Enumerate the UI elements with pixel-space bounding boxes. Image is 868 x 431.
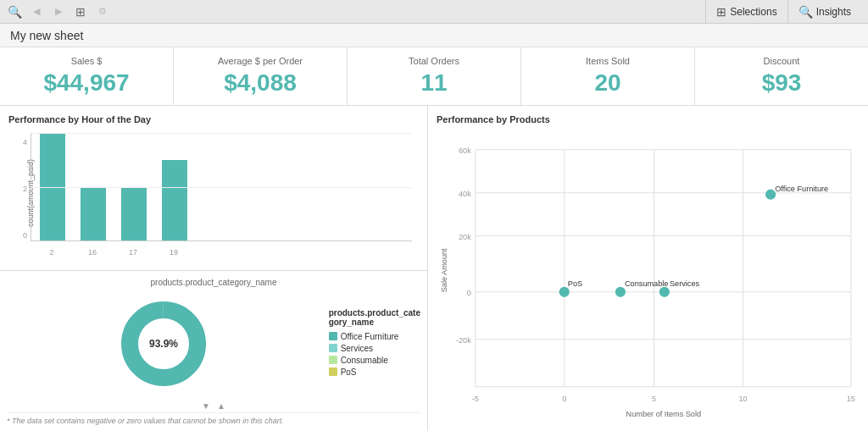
footer-note: * The data set contains negative or zero… — [7, 412, 420, 425]
toolbar-left: 🔍 ◀ ▶ ⊞ ⚙ — [7, 4, 110, 19]
x-label-19: 19 — [161, 248, 186, 257]
kpi-discount[interactable]: Discount $93 — [695, 47, 868, 105]
kpi-avg-order[interactable]: Average $ per Order $4,088 — [174, 47, 348, 105]
kpi-total-orders-label: Total Orders — [361, 56, 507, 66]
donut-svg-wrapper: 93.9% — [7, 293, 320, 395]
right-panel: Performance by Products 60k 40k 2 — [428, 106, 868, 431]
svg-text:10: 10 — [738, 395, 747, 403]
svg-text:-5: -5 — [472, 395, 479, 403]
main-content: Performance by Hour of the Day 4 2 0 cou… — [0, 106, 868, 431]
svg-text:Sale Amount: Sale Amount — [440, 248, 448, 292]
scatter-point-consumable[interactable] — [615, 287, 626, 297]
svg-text:20k: 20k — [459, 233, 471, 241]
scatter-point-pos[interactable] — [559, 287, 570, 297]
x-label-17: 17 — [120, 248, 146, 257]
svg-text:0: 0 — [562, 395, 566, 403]
kpi-items-sold-value: 20 — [535, 69, 681, 97]
svg-text:15: 15 — [847, 395, 855, 403]
kpi-sales-value: $44,967 — [14, 69, 159, 97]
kpi-discount-label: Discount — [709, 56, 854, 66]
legend-item-pos: PoS — [329, 367, 420, 377]
scatter-point-services[interactable] — [659, 287, 670, 297]
legend-dot-office — [329, 332, 337, 340]
legend-item-consumable: Consumable — [329, 356, 420, 365]
scatter-label-services: Services — [670, 279, 700, 288]
scatter-label-office: Office Furniture — [775, 185, 828, 193]
bar-chart-area: Performance by Hour of the Day 4 2 0 cou… — [0, 106, 427, 271]
scatter-svg: 60k 40k 20k 0 -20k -5 0 5 10 15 Sale Amo… — [437, 131, 860, 427]
insights-label: Insights — [816, 6, 851, 18]
insights-icon: 🔍 — [798, 5, 813, 19]
search-icon[interactable]: 🔍 — [7, 4, 22, 19]
donut-chart-title: products.product_category_name — [7, 278, 420, 287]
x-labels: 2 16 17 19 — [31, 248, 412, 257]
scatter-label-consumable: Consumable — [625, 279, 668, 288]
svg-text:60k: 60k — [459, 146, 471, 155]
donut-svg: 93.9% — [113, 293, 214, 395]
kpi-discount-value: $93 — [709, 69, 854, 97]
svg-text:-20k: -20k — [456, 336, 471, 345]
legend-dot-services — [329, 344, 337, 352]
legend-dot-consumable — [329, 356, 337, 364]
legend-dot-pos — [329, 367, 337, 376]
legend-label-pos: PoS — [341, 367, 357, 377]
kpi-avg-order-value: $4,088 — [187, 69, 333, 97]
kpi-sales[interactable]: Sales $ $44,967 — [0, 47, 174, 105]
selections-label: Selections — [730, 6, 776, 18]
kpi-row: Sales $ $44,967 Average $ per Order $4,0… — [0, 47, 868, 106]
sheet-title-bar: My new sheet — [0, 24, 868, 47]
svg-text:5: 5 — [652, 395, 656, 403]
kpi-items-sold-label: Items Sold — [535, 56, 681, 66]
y-label-0: 0 — [23, 231, 27, 240]
scatter-label-pos: PoS — [568, 279, 582, 288]
donut-legend: products.product_category_name Office Fu… — [329, 308, 420, 379]
scroll-down-arrow[interactable]: ▼ — [202, 401, 210, 411]
grid-icon[interactable]: ⊞ — [73, 4, 88, 19]
back-icon[interactable]: ◀ — [29, 4, 44, 19]
legend-item-office: Office Furniture — [329, 332, 420, 341]
donut-center-label: 93.9% — [149, 338, 178, 350]
y-label-4: 4 — [23, 138, 27, 146]
svg-text:Number of Items Sold: Number of Items Sold — [626, 410, 702, 418]
kpi-total-orders-value: 11 — [361, 69, 507, 97]
kpi-avg-order-label: Average $ per Order — [187, 56, 333, 66]
toolbar: 🔍 ◀ ▶ ⊞ ⚙ ⊞ Selections 🔍 Insights — [0, 0, 868, 24]
scatter-chart-title: Performance by Products — [437, 114, 860, 124]
scroll-arrows: ▼ ▲ — [7, 400, 420, 412]
kpi-sales-label: Sales $ — [14, 56, 159, 66]
bar-16 — [81, 187, 106, 241]
x-label-2: 2 — [39, 248, 64, 257]
sheet-title: My new sheet — [10, 29, 83, 42]
bar-chart-title: Performance by Hour of the Day — [8, 114, 419, 124]
bar-19 — [162, 160, 187, 240]
toolbar-right: ⊞ Selections 🔍 Insights — [705, 0, 861, 24]
selections-icon: ⊞ — [716, 5, 726, 19]
left-panel: Performance by Hour of the Day 4 2 0 cou… — [0, 106, 428, 431]
kpi-items-sold[interactable]: Items Sold 20 — [521, 47, 695, 105]
scatter-chart: Performance by Products 60k 40k 2 — [437, 114, 860, 423]
scroll-up-arrow[interactable]: ▲ — [217, 401, 225, 411]
insights-button[interactable]: 🔍 Insights — [787, 0, 861, 24]
legend-item-services: Services — [329, 344, 420, 353]
selections-button[interactable]: ⊞ Selections — [705, 0, 787, 24]
svg-text:0: 0 — [467, 289, 471, 297]
kpi-total-orders[interactable]: Total Orders 11 — [348, 47, 521, 105]
legend-title: products.product_category_name — [329, 308, 420, 327]
legend-label-consumable: Consumable — [341, 356, 388, 365]
bar-17 — [121, 187, 147, 241]
forward-icon[interactable]: ▶ — [51, 4, 66, 19]
donut-chart-area: products.product_category_name — [0, 271, 427, 431]
legend-label-services: Services — [341, 344, 373, 353]
legend-label-office: Office Furniture — [341, 332, 399, 341]
svg-text:40k: 40k — [459, 190, 471, 198]
options-icon[interactable]: ⚙ — [95, 4, 110, 19]
donut-container: 93.9% products.product_category_name Off… — [7, 287, 420, 400]
x-label-16: 16 — [80, 248, 105, 257]
